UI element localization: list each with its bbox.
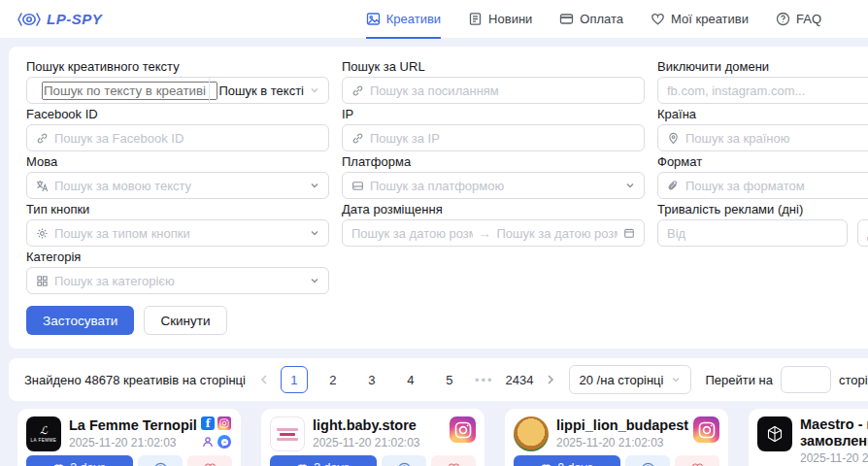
field-exclude-domains: Виключити домени [657,60,868,104]
nav-item-news[interactable]: Новини [468,0,532,39]
page-size-select[interactable]: 20 /на сторінці [569,365,692,394]
field-label: Виключити домени [657,60,868,74]
duration-from-input[interactable] [667,226,838,241]
creative-card[interactable]: Maestro - кухні, ме замовлення в Ужго 20… [749,409,868,466]
card-date: 2025-11-20 21:02:03 [69,436,193,449]
page-number[interactable]: 2 [319,366,347,393]
platform-icons: f [201,416,232,451]
creative-text-mode-select[interactable]: Пошук в тексті [209,78,328,103]
page-number[interactable]: 3 [358,366,385,393]
chevron-right-icon [546,374,555,385]
view-button[interactable] [138,455,183,466]
results-summary: Знайдено 48678 креативів на сторінці [24,373,246,387]
favorite-button[interactable] [675,455,719,466]
field-label: Пошук за URL [342,60,645,74]
pagination-ellipsis[interactable]: ••• [475,373,494,387]
field-label: Пошук креативного тексту [26,60,329,74]
card-title: замовлення в Ужго [800,433,868,449]
ip-input[interactable] [370,131,635,146]
page-number[interactable]: 5 [436,366,463,393]
app-logo[interactable]: LP-SPY [17,11,102,27]
field-language: Мова Пошук за мовою тексту [26,155,329,199]
avatar [757,416,792,451]
goto-page: Перейти на сторінку [705,366,868,393]
platform-icon [351,180,364,192]
chevron-down-icon [310,181,319,190]
nav-item-creatives[interactable]: Креативи [366,0,441,39]
platform-select[interactable]: Пошук за платформою [342,172,645,199]
creative-text-input[interactable] [42,82,217,100]
grid-icon [36,275,49,287]
instagram-icon [693,416,719,443]
pagination: 1 2 3 4 5 ••• 2434 [259,366,555,393]
calendar-icon [53,463,64,466]
button-type-select[interactable]: Пошук за типом кнопки [26,219,329,247]
field-label: Тривалість реклами (дні) [657,203,868,216]
field-label: Платформа [342,155,645,169]
days-button[interactable]: 3 days [26,455,133,466]
days-button[interactable]: 3 days [270,455,377,466]
eye-icon [153,462,168,466]
calendar-icon [623,227,635,239]
creative-card[interactable]: light.baby.store 2025-11-20 21:02:03 3 d… [261,409,484,466]
page-number[interactable]: 4 [397,366,424,393]
eye-icon [641,462,655,466]
results-pagination-bar: Знайдено 48678 креативів на сторінці 1 2… [9,358,868,401]
instagram-icon [450,416,476,443]
prev-page-button[interactable] [259,374,269,385]
view-button[interactable] [625,455,670,466]
nav-label: Новини [488,12,532,26]
field-label: Facebook ID [26,108,329,121]
field-placement-date: Дата розміщення Пошук за датою розміщенн… [342,203,645,247]
field-label: Країна [657,108,868,121]
link-icon [36,132,49,145]
calendar-icon [541,463,551,466]
last-page-number[interactable]: 2434 [506,366,534,393]
next-page-button[interactable] [546,374,555,385]
field-button-type: Тип кнопки Пошук за типом кнопки [26,203,329,247]
creative-card[interactable]: lippi_lion_budapest 2025-11-20 21:02:03 … [505,409,728,466]
heart-icon [691,462,704,466]
field-duration: Тривалість реклами (дні) [657,203,868,247]
nav-item-faq[interactable]: FAQ [776,0,821,39]
field-creative-text: Пошук креативного тексту Пошук в тексті [26,60,329,104]
translate-icon [36,180,49,192]
format-select[interactable]: Пошук за форматом [657,172,868,199]
placement-date-range-picker[interactable]: Пошук за датою розміщення → Пошук за дат… [342,219,645,247]
page-content: Пошук креативного тексту Пошук в тексті … [0,39,868,466]
favorite-button[interactable] [187,455,232,466]
exclude-domains-input[interactable] [667,83,868,98]
nav-item-my-creatives[interactable]: Мої креативи [651,0,749,39]
instagram-icon [217,416,231,430]
field-label: Мова [26,155,329,169]
heart-icon [651,12,665,26]
goto-suffix: сторінку [839,373,868,387]
arrow-right-icon: → [479,226,491,241]
chevron-left-icon [259,374,269,385]
category-select[interactable]: Пошук за категорією [26,267,329,294]
nav-label: FAQ [796,12,821,26]
url-input[interactable] [370,83,635,98]
link-icon [351,84,364,97]
chevron-down-icon [671,375,681,384]
apply-button[interactable]: Застосувати [26,306,134,335]
reset-button[interactable]: Скинути [144,306,226,335]
country-input[interactable] [685,131,868,146]
view-button[interactable] [382,455,426,466]
page-number[interactable]: 1 [281,366,308,393]
creative-card[interactable]: ℒ LA FEMME La Femme Ternopil 2025-11-20 … [17,409,241,466]
facebook-id-input[interactable] [54,131,319,146]
chevron-down-icon [310,85,319,95]
nav-item-payment[interactable]: Оплата [559,0,623,39]
language-select[interactable]: Пошук за мовою тексту [26,172,329,199]
favorite-button[interactable] [431,455,476,466]
goto-page-input[interactable] [781,366,831,393]
field-category: Категорія Пошук за категорією [26,250,329,294]
nav-label: Креативи [386,12,441,26]
heart-icon [448,462,460,466]
main-nav: Креативи Новини Оплата Мої креативи FAQ [366,0,821,39]
field-label: Формат [657,155,868,169]
field-facebook-id: Facebook ID [26,108,329,151]
days-button[interactable]: 0 days [514,455,620,466]
nav-label: Оплата [580,12,623,26]
